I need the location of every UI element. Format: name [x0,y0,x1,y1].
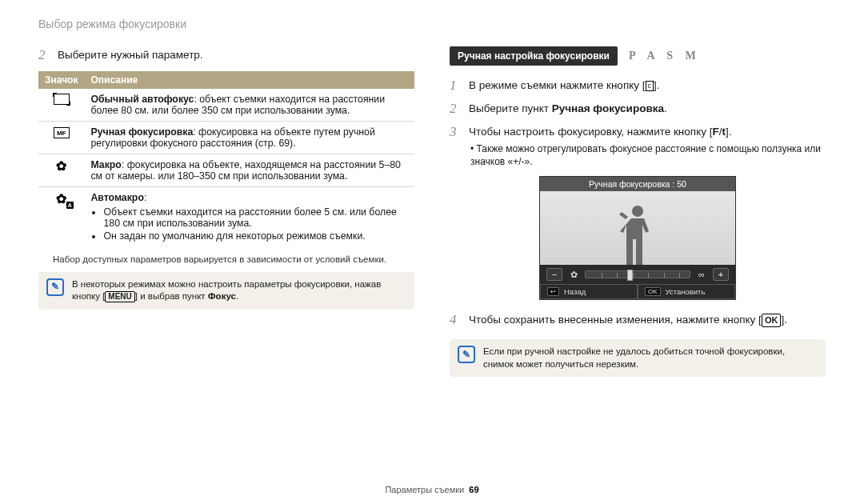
manualfocus-icon: MF [54,127,70,138]
table-row: ✿A Автомакро: Объект съемки находится на… [38,186,414,248]
row-title: Автомакро [90,192,143,203]
preview-image-area [540,191,735,265]
mode-letters: P A S M [629,50,701,62]
macro-icon: ✿ [53,159,70,174]
info-box-left: ✎ В некоторых режимах можно настроить па… [38,272,414,310]
set-segment[interactable]: OK Установить [638,284,735,299]
row-title: Обычный автофокус [90,94,194,105]
set-label: Установить [666,287,706,296]
infinity-end-icon: ∞ [695,270,708,279]
flash-icon: F [712,125,718,139]
ok-button-label: OK [762,314,782,327]
row-bullet: Он задан по умолчанию для некоторых режи… [103,230,408,242]
camera-preview: Ручная фокусировка : 50 − ✿ ∞ [539,176,736,300]
row-bullet: Объект съемки находится на расстоянии бо… [103,206,408,229]
minus-button[interactable]: − [546,268,562,281]
right-column: Ручная настройка фокусировки P A S M 1 В… [450,46,826,377]
th-desc: Описание [84,71,414,89]
row-desc: : фокусировка на объекте, находящемся на… [90,159,400,182]
autofocus-icon [54,94,70,105]
ok-key-icon: OK [645,287,661,296]
slider-track[interactable] [585,270,690,278]
back-label: Назад [564,287,586,296]
left-step-2: 2 Выберите нужный параметр. [38,46,414,65]
page-title: Выбор режима фокусировки [38,18,826,30]
slider-thumb[interactable] [627,270,633,281]
info-icon: ✎ [458,346,475,363]
table-footnote: Набор доступных параметров варьируется в… [53,254,411,264]
th-icon: Значок [38,71,84,89]
macro-end-icon: ✿ [567,270,580,280]
right-step-3: 3 Чтобы настроить фокусировку, нажмите к… [450,123,826,169]
table-row: ✿ Макро: фокусировка на объекте, находящ… [38,154,414,186]
step-3-sub: Также можно отрегулировать фокусное расс… [470,142,826,168]
heading-bar: Ручная настройка фокусировки [450,46,618,66]
focus-modes-table: Значок Описание Обычный автофокус: объек… [38,71,414,248]
back-key-icon: ↩ [547,287,559,296]
left-column: 2 Выберите нужный параметр. Значок Описа… [38,46,414,377]
step-text: Выберите нужный параметр. [58,46,203,65]
back-segment[interactable]: ↩ Назад [540,284,638,299]
step-number: 2 [38,46,50,65]
person-silhouette-icon [614,201,662,265]
right-heading: Ручная настройка фокусировки P A S M [450,46,826,66]
menu-button-label: MENU [105,291,134,302]
preview-title: Ручная фокусировка : 50 [540,177,735,191]
right-step-4: 4 Чтобы сохранить внесенные изменения, н… [450,311,826,330]
automacro-icon: ✿A [53,192,70,206]
plus-button[interactable]: + [713,268,729,281]
right-step-1: 1 В режиме съемки нажмите кнопку [c]. [450,77,826,95]
down-nav-icon: c [646,81,654,91]
table-row: Обычный автофокус: объект съемки находит… [38,89,414,122]
row-title: Ручная фокусировка [90,126,193,138]
page-footer: Параметры съемки 69 [0,485,864,494]
table-row: MF Ручная фокусировка: фокусировка на об… [38,121,414,154]
right-step-2: 2 Выберите пункт Ручная фокусировка. [450,100,826,118]
info-text: В некоторых режимах можно настроить пара… [72,278,406,303]
info-text: Если при ручной настройке не удалось доб… [483,346,818,370]
info-box-right: ✎ Если при ручной настройке не удалось д… [450,339,826,377]
info-icon: ✎ [46,278,64,296]
focus-slider[interactable]: − ✿ ∞ + [540,265,735,284]
row-title: Макро [90,159,121,170]
